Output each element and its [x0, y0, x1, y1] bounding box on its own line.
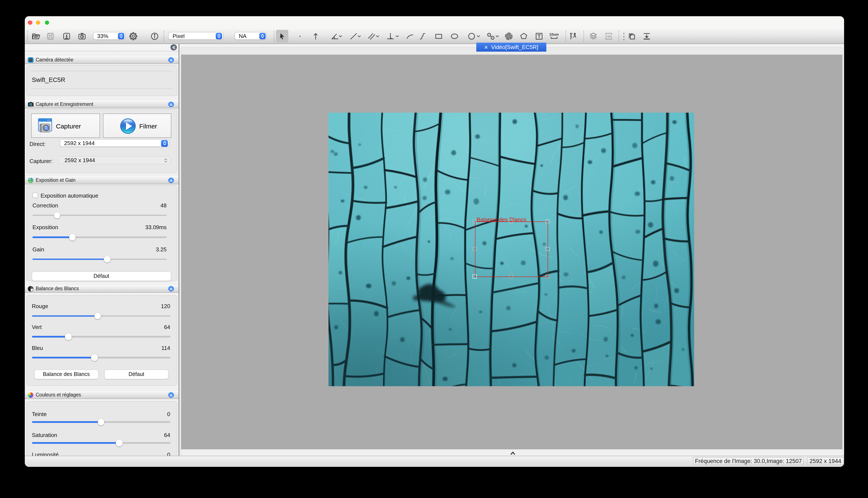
- svg-text:CSV: CSV: [605, 35, 612, 38]
- svg-text:10um: 10um: [549, 32, 559, 37]
